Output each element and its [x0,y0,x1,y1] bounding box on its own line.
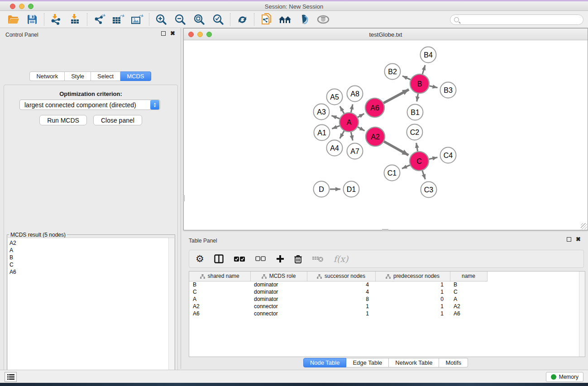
toggle-panes-icon[interactable] [214,254,224,263]
table-row[interactable]: A6connector11A6 [189,310,580,317]
table-cell[interactable]: 1 [375,281,450,288]
table-cell[interactable]: dominator [250,281,307,288]
table-cell[interactable]: A2 [450,303,487,310]
table-cell[interactable]: 8 [307,295,375,303]
tab-edge-table[interactable]: Edge Table [346,358,389,367]
result-scrollbar[interactable] [168,238,174,386]
deselect-all-checkboxes-icon[interactable] [255,256,266,262]
table-row[interactable]: A2connector11A2 [189,303,580,310]
table-settings-icon[interactable]: ⚙ [196,253,204,264]
tab-network-table[interactable]: Network Table [389,358,439,367]
table-cell[interactable]: A [189,295,250,303]
graph-edge[interactable] [351,105,353,113]
close-panel-button[interactable]: Close panel [93,115,142,125]
import-network-icon[interactable] [47,12,66,27]
table-cell[interactable]: 1 [375,303,450,310]
graphics-details-icon[interactable] [295,12,314,27]
table-cell[interactable]: C [189,288,250,295]
graph-edge[interactable] [340,131,344,138]
tab-node-table[interactable]: Node Table [303,358,347,367]
table-cell[interactable]: 1 [307,303,375,310]
criterion-dropdown[interactable]: largest connected component (directed) ▲… [19,100,160,110]
graph-edge[interactable] [417,94,418,102]
open-file-icon[interactable] [4,12,23,27]
graph-edge[interactable] [422,65,425,74]
tab-mcds[interactable]: MCDS [120,71,151,81]
birds-eye-view-icon[interactable] [314,12,333,27]
delete-column-icon[interactable] [294,255,302,263]
table-cell[interactable]: B [450,281,487,288]
add-column-icon[interactable] [276,255,284,263]
float-table-panel-icon[interactable] [567,237,571,242]
export-network-icon[interactable] [90,12,109,27]
graph-edge[interactable] [332,126,339,129]
column-header[interactable]: shared name [189,272,250,281]
refresh-view-icon[interactable] [233,12,252,27]
graph-edge[interactable] [402,165,410,169]
select-all-checkboxes-icon[interactable] [234,256,245,262]
import-table-icon[interactable] [66,12,85,27]
table-row[interactable]: Bdominator41B [189,281,580,288]
save-session-icon[interactable] [23,12,42,27]
graph-edge[interactable] [429,86,437,88]
table-row[interactable]: Adominator80A [189,295,580,303]
graph-edge[interactable] [351,132,353,141]
network-window-titlebar[interactable]: testGlobe.txt [184,29,588,40]
tab-select[interactable]: Select [91,71,120,81]
graph-edge[interactable] [422,171,425,179]
table-row[interactable]: Cdominator41C [189,288,580,295]
float-panel-icon[interactable] [161,31,166,36]
table-cell[interactable]: A6 [450,310,487,317]
zoom-in-icon[interactable] [152,12,171,27]
table-cell[interactable]: A2 [189,303,250,310]
graph-edge[interactable] [358,114,364,117]
run-mcds-button[interactable]: Run MCDS [39,115,87,125]
table-scrollbar[interactable] [579,272,585,357]
graph-edge[interactable] [402,76,411,80]
graph-edge[interactable] [340,106,344,114]
graph-edge[interactable] [358,127,364,131]
search-input[interactable] [461,16,583,24]
table-cell[interactable]: connector [250,310,307,317]
column-header[interactable]: successor nodes [307,272,375,281]
network-canvas[interactable]: B4B2BB3A8A5A6A3B1AA1C2A2A4A7C4CC1C3DD1 [184,40,588,230]
mcds-result-item[interactable]: A [10,247,174,254]
table-cell[interactable]: 1 [375,288,450,295]
table-cell[interactable]: C [450,288,487,295]
export-table-icon[interactable] [109,12,128,27]
home-view-icon[interactable] [276,12,295,27]
column-header[interactable]: name [450,272,487,281]
mcds-result-item[interactable]: A2 [10,239,174,247]
tab-network[interactable]: Network [29,71,65,81]
zoom-selected-icon[interactable] [209,12,228,27]
tab-motifs[interactable]: Motifs [439,358,468,367]
export-image-icon[interactable] [128,12,147,27]
graph-edge[interactable] [429,157,438,159]
close-table-panel-icon[interactable]: ✖ [576,237,581,242]
table-cell[interactable]: connector [250,303,307,310]
graph-edge[interactable] [416,143,418,152]
mcds-result-list[interactable]: A2ABCA6 [8,238,174,386]
window-edge-handle[interactable] [382,229,388,230]
graph-edge[interactable] [384,142,408,155]
memory-button[interactable]: Memory [546,372,583,382]
close-panel-icon[interactable]: ✖ [170,31,175,36]
table-cell[interactable]: dominator [250,288,307,295]
table-cell[interactable]: 1 [375,310,450,317]
zoom-out-icon[interactable] [171,12,190,27]
table-cell[interactable]: 4 [307,288,375,295]
resize-grip[interactable] [581,223,587,229]
mcds-result-item[interactable]: A6 [10,268,174,276]
mcds-result-item[interactable]: B [10,254,174,261]
table-cell[interactable]: A6 [189,310,250,317]
graph-edge[interactable] [331,115,339,119]
table-cell[interactable]: 1 [307,310,375,317]
mcds-result-item[interactable]: C [10,261,174,268]
window-edge-handle[interactable] [183,195,185,201]
graph-edge[interactable] [383,90,409,103]
table-cell[interactable]: 0 [375,295,450,303]
table-cell[interactable]: B [189,281,250,288]
table-cell[interactable]: A [450,295,487,303]
session-details-icon[interactable] [257,12,276,27]
table-cell[interactable]: dominator [250,295,307,303]
